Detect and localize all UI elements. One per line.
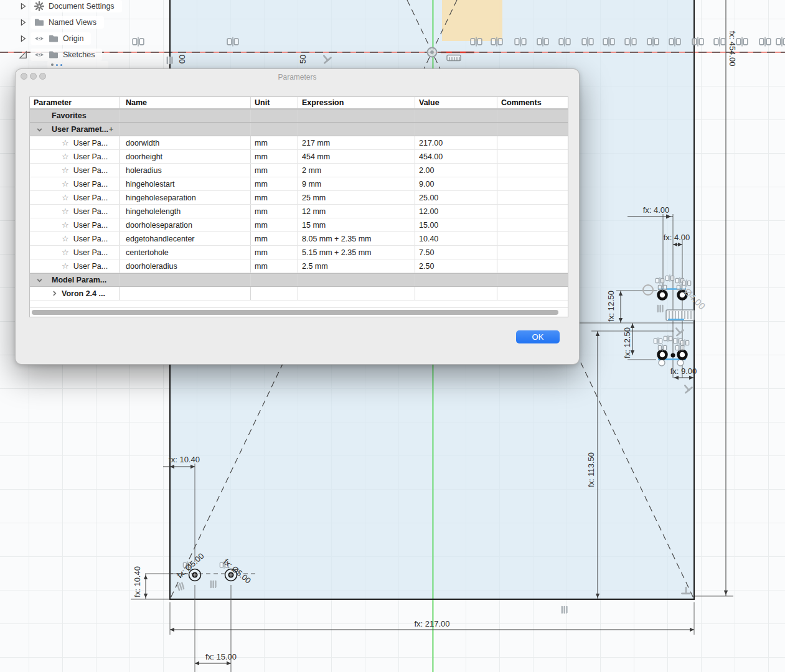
tree-item-label[interactable]: Document Settings bbox=[49, 2, 115, 11]
tree-item-sketches[interactable]: Sketches bbox=[19, 49, 102, 61]
cell-expression[interactable]: 8.05 mm + 2.35 mm bbox=[298, 232, 415, 245]
cell-value[interactable]: 7.50 bbox=[415, 246, 497, 259]
group-row[interactable]: User Paramet...+ bbox=[30, 123, 568, 136]
parameter-row[interactable]: ☆User Pa...doorheightmm454 mm454.00 bbox=[30, 150, 568, 164]
cell-comments[interactable] bbox=[497, 191, 568, 204]
dimension-label[interactable]: fx: 12.50 bbox=[623, 327, 632, 358]
cell-comments[interactable] bbox=[497, 246, 568, 259]
cell-name[interactable]: hingeholestart bbox=[120, 177, 251, 190]
favorite-star-icon[interactable]: ☆ bbox=[62, 193, 69, 202]
cell-name[interactable]: doorheight bbox=[120, 150, 251, 163]
collapse-triangle-icon[interactable] bbox=[19, 34, 27, 43]
cell-comments[interactable] bbox=[497, 150, 568, 163]
cell-expression[interactable]: 5.15 mm + 2.35 mm bbox=[298, 246, 415, 259]
dimension-label[interactable]: fx: 12.50 bbox=[606, 291, 616, 322]
mirror-constraint-icon[interactable] bbox=[581, 37, 595, 47]
cell-expression[interactable]: 2.5 mm bbox=[298, 259, 415, 273]
mirror-constraint-icon[interactable] bbox=[657, 344, 668, 352]
favorite-star-icon[interactable]: ☆ bbox=[62, 261, 69, 271]
dimension-label[interactable]: fx: 454.00 bbox=[728, 30, 737, 66]
mirror-constraint-icon[interactable] bbox=[713, 37, 726, 47]
tree-item-label[interactable]: Named Views bbox=[49, 18, 96, 27]
column-header-comments[interactable]: Comments bbox=[497, 97, 568, 108]
cell-value[interactable]: 2.00 bbox=[415, 164, 497, 177]
cell-comments[interactable] bbox=[497, 232, 568, 245]
mirror-constraint-icon[interactable] bbox=[226, 37, 240, 47]
cell-comments[interactable] bbox=[497, 205, 568, 218]
parameter-row[interactable]: ☆User Pa...edgetohandlecentermm8.05 mm +… bbox=[30, 232, 568, 246]
cell-value[interactable]: 217.00 bbox=[415, 136, 497, 149]
mirror-constraint-icon[interactable] bbox=[131, 37, 145, 47]
mirror-constraint-icon[interactable] bbox=[490, 37, 504, 47]
tree-item-named-views[interactable]: Named Views bbox=[19, 16, 104, 29]
tree-item-document-settings[interactable]: Document Settings bbox=[19, 0, 122, 12]
fixed-constraint-icon[interactable] bbox=[446, 54, 461, 62]
cell-unit[interactable]: mm bbox=[251, 246, 298, 259]
parameter-row[interactable]: ☆User Pa...holeradiusmm2 mm2.00 bbox=[30, 164, 568, 177]
origin-point[interactable] bbox=[428, 48, 437, 57]
cell-value[interactable]: 12.00 bbox=[415, 205, 497, 218]
favorite-star-icon[interactable]: ☆ bbox=[62, 234, 69, 243]
cell-expression[interactable]: 217 mm bbox=[298, 136, 415, 149]
parameter-row[interactable]: ☆User Pa...hingeholelengthmm12 mm12.00 bbox=[30, 205, 568, 218]
cell-name[interactable]: hingeholelength bbox=[120, 205, 251, 218]
mirror-constraint-icon[interactable] bbox=[624, 37, 637, 47]
mirror-constraint-icon[interactable] bbox=[775, 37, 785, 47]
dimension-label[interactable]: fx: 15.00 bbox=[205, 652, 237, 661]
perpendicular-constraint-icon[interactable] bbox=[682, 383, 693, 394]
favorite-star-icon[interactable]: ☆ bbox=[62, 138, 69, 147]
perpendicular-constraint-icon[interactable] bbox=[321, 53, 332, 65]
dimension-label[interactable]: 50 bbox=[298, 55, 308, 63]
cell-unit[interactable]: mm bbox=[251, 164, 298, 177]
model-row[interactable]: Voron 2.4 ... bbox=[30, 287, 568, 301]
tree-item-label[interactable]: Sketches bbox=[63, 50, 95, 59]
mirror-constraint-icon[interactable] bbox=[514, 37, 527, 47]
chevron-right-icon[interactable] bbox=[51, 290, 58, 297]
parameter-row[interactable]: ☆User Pa...doorholeseparationmm15 mm15.0… bbox=[30, 218, 568, 232]
column-header-parameter[interactable]: Parameter bbox=[30, 97, 120, 108]
cell-comments[interactable] bbox=[497, 136, 568, 149]
cell-comments[interactable] bbox=[497, 177, 568, 190]
ok-button[interactable]: OK bbox=[516, 330, 560, 343]
cell-unit[interactable]: mm bbox=[251, 205, 298, 218]
dimension-label[interactable]: fx: 4.00 bbox=[664, 233, 690, 242]
visibility-eye-icon[interactable] bbox=[34, 50, 44, 60]
cell-name[interactable]: holeradius bbox=[120, 164, 251, 177]
mirror-constraint-icon[interactable] bbox=[536, 37, 550, 47]
mirror-constraint-icon[interactable] bbox=[668, 37, 682, 47]
cell-comments[interactable] bbox=[497, 218, 568, 231]
cell-name[interactable]: edgetohandlecenter bbox=[120, 232, 251, 245]
dimension-label[interactable]: fx: 9.00 bbox=[670, 366, 697, 376]
dimension-label[interactable]: fx: 10.40 bbox=[169, 455, 200, 464]
parameter-row[interactable]: ☆User Pa...doorholeradiusmm2.5 mm2.50 bbox=[30, 259, 568, 273]
cell-value[interactable]: 9.00 bbox=[415, 177, 497, 190]
perpendicular-constraint-icon[interactable] bbox=[673, 325, 685, 337]
chevron-down-icon[interactable] bbox=[36, 126, 43, 133]
mirror-constraint-icon[interactable] bbox=[469, 37, 483, 47]
cell-value[interactable]: 25.00 bbox=[415, 191, 497, 204]
cell-unit[interactable]: mm bbox=[251, 136, 298, 149]
hinge-slot-lower[interactable] bbox=[658, 351, 687, 366]
cell-value[interactable]: 10.40 bbox=[415, 232, 497, 245]
parameter-row[interactable]: ☆User Pa...doorwidthmm217 mm217.00 bbox=[30, 136, 568, 150]
dimension-label[interactable]: fx: 217.00 bbox=[414, 619, 449, 628]
chevron-down-icon[interactable] bbox=[36, 277, 43, 284]
scrollbar-thumb[interactable] bbox=[32, 310, 558, 315]
hinge-slot-middle[interactable] bbox=[666, 310, 694, 320]
cell-expression[interactable]: 9 mm bbox=[298, 177, 415, 190]
favorite-star-icon[interactable]: ☆ bbox=[62, 179, 69, 189]
horizontal-scrollbar[interactable] bbox=[30, 307, 568, 317]
cell-name[interactable]: doorholeradius bbox=[120, 259, 251, 273]
cell-expression[interactable]: 454 mm bbox=[298, 150, 415, 163]
add-parameter-icon[interactable]: + bbox=[109, 125, 113, 134]
cell-name[interactable]: centertohole bbox=[120, 246, 251, 259]
mirror-constraint-icon[interactable] bbox=[675, 344, 685, 352]
group-row[interactable]: Favorites bbox=[30, 109, 568, 123]
dimension-label[interactable]: fx: 113.50 bbox=[586, 452, 596, 487]
mirror-constraint-icon[interactable] bbox=[646, 37, 660, 47]
expanded-triangle-icon[interactable] bbox=[19, 50, 27, 59]
parameter-row[interactable]: ☆User Pa...hingeholestartmm9 mm9.00 bbox=[30, 177, 568, 191]
favorite-star-icon[interactable]: ☆ bbox=[62, 248, 69, 257]
mirror-constraint-icon[interactable] bbox=[558, 37, 571, 47]
cell-unit[interactable]: mm bbox=[251, 259, 298, 273]
